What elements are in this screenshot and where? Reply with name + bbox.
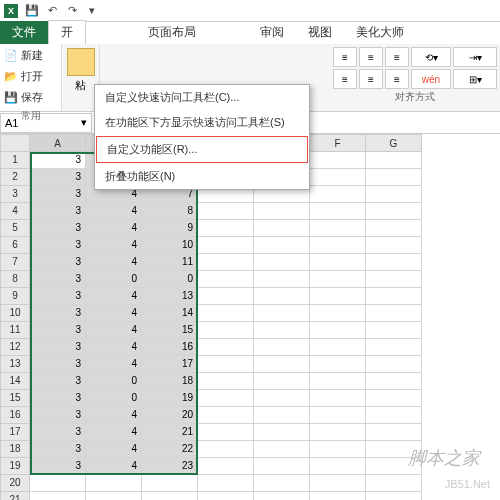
cell[interactable] [310, 339, 366, 356]
row-header[interactable]: 15 [0, 390, 30, 407]
cell[interactable]: 3 [30, 288, 86, 305]
cell[interactable] [254, 407, 310, 424]
cell[interactable]: 3 [30, 203, 86, 220]
tab-beautify[interactable]: 美化大师 [344, 21, 416, 44]
cell[interactable] [198, 390, 254, 407]
cell[interactable] [142, 475, 198, 492]
cell[interactable]: 17 [142, 356, 198, 373]
cell[interactable] [366, 492, 422, 500]
cell[interactable] [310, 237, 366, 254]
cell[interactable] [310, 305, 366, 322]
cell[interactable]: 4 [86, 424, 142, 441]
cell[interactable] [254, 305, 310, 322]
cell[interactable] [366, 271, 422, 288]
undo-icon[interactable]: ↶ [43, 2, 61, 20]
menu-customize-ribbon[interactable]: 自定义功能区(R)... [96, 136, 308, 163]
cell[interactable]: 4 [86, 441, 142, 458]
cell[interactable]: 4 [86, 237, 142, 254]
row-header[interactable]: 18 [0, 441, 30, 458]
cell[interactable] [254, 203, 310, 220]
cell[interactable] [366, 373, 422, 390]
cell[interactable] [366, 288, 422, 305]
cell[interactable]: 4 [86, 288, 142, 305]
cell[interactable]: 4 [86, 254, 142, 271]
row-header[interactable]: 6 [0, 237, 30, 254]
cell[interactable] [310, 356, 366, 373]
cell[interactable]: 3 [30, 356, 86, 373]
cell[interactable] [366, 237, 422, 254]
paste-icon[interactable] [67, 48, 95, 76]
cell[interactable] [366, 305, 422, 322]
align-center-icon[interactable]: ≡ [359, 69, 383, 89]
cell[interactable] [254, 322, 310, 339]
cell[interactable]: 3 [30, 305, 86, 322]
cell[interactable] [254, 424, 310, 441]
menu-customize-qat[interactable]: 自定义快速访问工具栏(C)... [95, 85, 309, 110]
tab-file[interactable]: 文件 [0, 21, 48, 44]
row-header[interactable]: 3 [0, 186, 30, 203]
cell[interactable] [86, 475, 142, 492]
merge-button[interactable]: ⊞▾ [453, 69, 497, 89]
cell[interactable]: 3 [30, 169, 86, 186]
cell[interactable] [310, 373, 366, 390]
cell[interactable] [310, 424, 366, 441]
cell[interactable] [254, 458, 310, 475]
cell[interactable] [366, 220, 422, 237]
cell[interactable]: 4 [86, 407, 142, 424]
cell[interactable] [366, 152, 422, 169]
align-middle-icon[interactable]: ≡ [359, 47, 383, 67]
cell[interactable]: 15 [142, 322, 198, 339]
cell[interactable] [366, 390, 422, 407]
cell[interactable] [254, 356, 310, 373]
row-header[interactable]: 17 [0, 424, 30, 441]
cell[interactable]: 4 [86, 203, 142, 220]
cell[interactable] [198, 356, 254, 373]
tab-start[interactable]: 开 [48, 20, 86, 44]
cell[interactable]: 23 [142, 458, 198, 475]
cell[interactable]: 3 [30, 373, 86, 390]
cell[interactable] [198, 424, 254, 441]
cell[interactable]: 8 [142, 203, 198, 220]
redo-icon[interactable]: ↷ [63, 2, 81, 20]
col-header-G[interactable]: G [366, 134, 422, 152]
col-header-F[interactable]: F [310, 134, 366, 152]
cell[interactable]: 3 [30, 458, 86, 475]
cell[interactable] [366, 254, 422, 271]
row-header[interactable]: 4 [0, 203, 30, 220]
cell[interactable]: 3 [30, 339, 86, 356]
cell[interactable] [310, 458, 366, 475]
open-button[interactable]: 📂打开 [2, 67, 59, 86]
cell[interactable]: 3 [30, 254, 86, 271]
save-button[interactable]: 💾保存 [2, 88, 59, 107]
cell[interactable] [198, 237, 254, 254]
cell[interactable]: 16 [142, 339, 198, 356]
row-header[interactable]: 19 [0, 458, 30, 475]
cell[interactable]: 0 [86, 390, 142, 407]
cell[interactable] [310, 288, 366, 305]
cell[interactable] [198, 492, 254, 500]
chevron-down-icon[interactable]: ▾ [81, 116, 87, 129]
cell[interactable] [86, 492, 142, 500]
cell[interactable]: 3 [30, 407, 86, 424]
cell[interactable] [310, 407, 366, 424]
cell[interactable] [310, 203, 366, 220]
cell[interactable] [254, 492, 310, 500]
row-header[interactable]: 11 [0, 322, 30, 339]
row-header[interactable]: 9 [0, 288, 30, 305]
cell[interactable] [198, 339, 254, 356]
cell[interactable]: 20 [142, 407, 198, 424]
cell[interactable] [198, 305, 254, 322]
cell[interactable]: 4 [86, 339, 142, 356]
row-header[interactable]: 12 [0, 339, 30, 356]
qat-dropdown-icon[interactable]: ▾ [83, 2, 101, 20]
row-header[interactable]: 7 [0, 254, 30, 271]
row-header[interactable]: 20 [0, 475, 30, 492]
wrap-text-button[interactable]: ⇥▾ [453, 47, 497, 67]
cell[interactable] [30, 492, 86, 500]
align-right-icon[interactable]: ≡ [385, 69, 409, 89]
cell[interactable]: 0 [86, 271, 142, 288]
phonetic-button[interactable]: wén [411, 69, 451, 89]
cell[interactable] [310, 271, 366, 288]
cell[interactable] [310, 220, 366, 237]
cell[interactable] [198, 373, 254, 390]
